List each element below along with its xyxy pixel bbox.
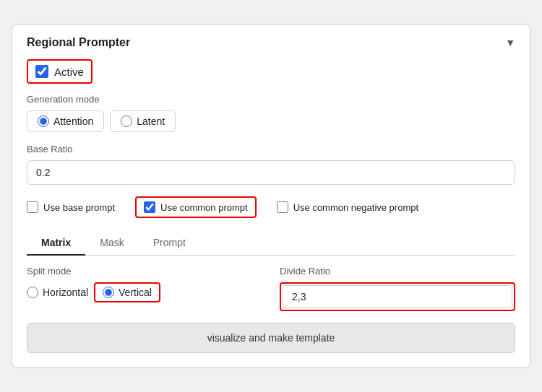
- collapse-icon[interactable]: ▼: [505, 37, 515, 48]
- use-common-negative-label: Use common negative prompt: [293, 202, 418, 213]
- latent-label: Latent: [137, 116, 165, 127]
- divide-ratio-group: Divide Ratio: [280, 266, 515, 311]
- tab-matrix[interactable]: Matrix: [27, 231, 85, 256]
- panel-title: Regional Prompter: [27, 36, 130, 49]
- use-common-prompt-checkbox[interactable]: [144, 201, 155, 213]
- split-divide-row: Split mode Horizontal Vertical Divide Ra…: [27, 266, 515, 311]
- split-mode-label: Split mode: [27, 266, 262, 276]
- panel-header: Regional Prompter ▼: [27, 36, 515, 49]
- attention-radio[interactable]: [38, 116, 49, 127]
- generation-mode-group: Attention Latent: [27, 110, 515, 132]
- use-common-negative-checkbox[interactable]: [277, 201, 288, 213]
- use-common-negative-item: Use common negative prompt: [277, 201, 418, 213]
- use-common-prompt-label: Use common prompt: [160, 202, 248, 213]
- latent-option[interactable]: Latent: [110, 110, 176, 132]
- latent-radio[interactable]: [121, 116, 132, 127]
- horizontal-option[interactable]: Horizontal: [27, 287, 88, 298]
- vertical-label: Vertical: [119, 287, 152, 298]
- divide-ratio-input[interactable]: [283, 285, 512, 308]
- use-base-prompt-item: Use base prompt: [27, 201, 115, 213]
- active-label: Active: [54, 66, 84, 78]
- generation-mode-label: Generation mode: [27, 94, 515, 105]
- tab-prompt[interactable]: Prompt: [139, 231, 200, 256]
- checkbox-row: Use base prompt Use common prompt Use co…: [27, 196, 515, 218]
- vertical-option[interactable]: Vertical: [94, 282, 160, 302]
- use-base-prompt-label: Use base prompt: [43, 202, 115, 213]
- use-base-prompt-checkbox[interactable]: [27, 201, 38, 213]
- visualize-button[interactable]: visualize and make template: [27, 323, 515, 353]
- split-radio-group: Horizontal Vertical: [27, 282, 262, 302]
- attention-label: Attention: [53, 116, 93, 127]
- use-common-prompt-item: Use common prompt: [135, 196, 257, 218]
- horizontal-label: Horizontal: [43, 287, 88, 298]
- base-ratio-label: Base Ratio: [27, 144, 515, 154]
- tab-mask[interactable]: Mask: [85, 231, 138, 256]
- attention-option[interactable]: Attention: [27, 110, 104, 132]
- tab-bar: Matrix Mask Prompt: [27, 231, 515, 256]
- regional-prompter-panel: Regional Prompter ▼ Active Generation mo…: [12, 24, 530, 368]
- active-row: Active: [27, 59, 93, 84]
- divide-ratio-wrap: [280, 282, 515, 311]
- active-checkbox[interactable]: [35, 65, 48, 78]
- base-ratio-input[interactable]: [27, 160, 515, 185]
- divide-ratio-label: Divide Ratio: [280, 266, 515, 276]
- split-mode-group: Split mode Horizontal Vertical: [27, 266, 262, 302]
- horizontal-radio[interactable]: [27, 287, 38, 298]
- vertical-radio[interactable]: [103, 287, 114, 298]
